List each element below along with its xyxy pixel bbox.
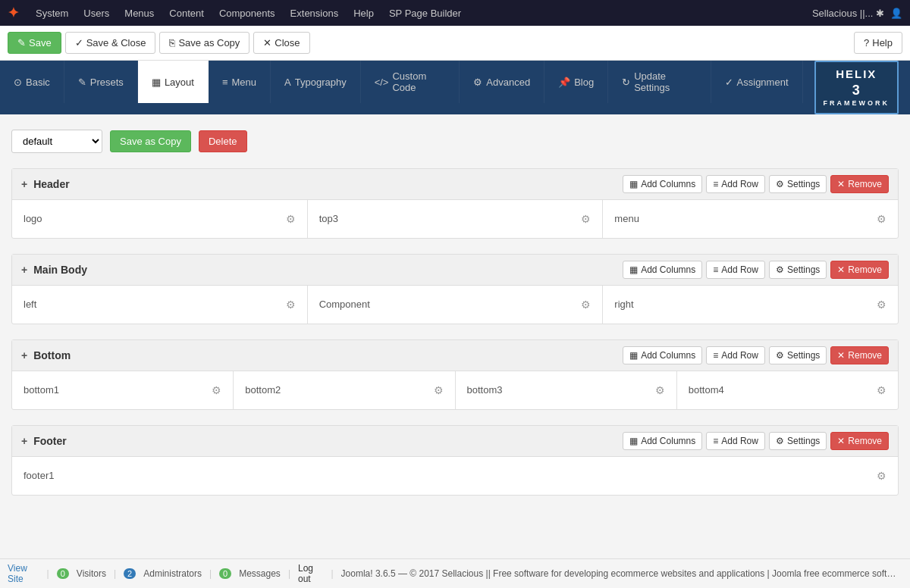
bottom-cell-2: bottom2 ⚙ <box>234 371 455 409</box>
footer-remove-icon: ✕ <box>837 436 845 446</box>
menu-gear-icon[interactable]: ⚙ <box>877 213 886 225</box>
nav-extensions[interactable]: Extensions <box>283 3 347 23</box>
header-add-row-button[interactable]: ≡ Add Row <box>706 175 765 193</box>
header-cell-top3: top3 ⚙ <box>308 200 604 238</box>
mainbody-cell-component: Component ⚙ <box>308 286 604 324</box>
bottom-settings-icon: ⚙ <box>776 350 784 361</box>
mainbody-add-row-button[interactable]: ≡ Add Row <box>706 261 765 279</box>
right-gear-icon[interactable]: ⚙ <box>877 299 886 311</box>
typography-icon: A <box>284 77 291 88</box>
helix-name: HELIX3 <box>824 67 890 99</box>
footer1-gear-icon[interactable]: ⚙ <box>877 470 886 482</box>
footer-row: footer1 ⚙ <box>12 457 898 495</box>
tab-presets[interactable]: ✎ Presets <box>64 61 138 103</box>
mainbody-section: + Main Body ▦ Add Columns ≡ Add Row ⚙ Se… <box>11 254 899 324</box>
footer-remove-button[interactable]: ✕ Remove <box>830 432 889 450</box>
nav-users[interactable]: Users <box>76 3 117 23</box>
footer-section: + Footer ▦ Add Columns ≡ Add Row ⚙ Setti… <box>11 425 899 496</box>
bottom4-gear-icon[interactable]: ⚙ <box>877 384 886 396</box>
help-icon: ? <box>864 37 869 48</box>
bottom-remove-button[interactable]: ✕ Remove <box>830 346 889 364</box>
bottom-section-title: + Bottom <box>21 349 71 361</box>
joomla-logo: ✦ <box>8 5 19 21</box>
footer-section-header: + Footer ▦ Add Columns ≡ Add Row ⚙ Setti… <box>12 426 898 457</box>
close-button[interactable]: ✕ Close <box>253 32 309 54</box>
header-plus-icon[interactable]: + <box>21 178 27 190</box>
nav-spbuilder[interactable]: SP Page Builder <box>381 3 469 23</box>
menu-icon: ≡ <box>222 77 228 88</box>
blog-icon: 📌 <box>558 77 570 88</box>
bottom-add-row-button[interactable]: ≡ Add Row <box>706 346 765 364</box>
tab-customcode[interactable]: </> Custom Code <box>361 61 460 103</box>
footer-plus-icon[interactable]: + <box>21 435 27 447</box>
tab-navigation: ⊙ Basic ✎ Presets ▦ Layout ≡ Menu A Typo… <box>0 61 910 114</box>
tab-blog[interactable]: 📌 Blog <box>544 61 608 103</box>
bottom-row-icon: ≡ <box>713 350 718 361</box>
mainbody-remove-icon: ✕ <box>837 264 845 275</box>
logo-gear-icon[interactable]: ⚙ <box>286 213 296 225</box>
layout-save-copy-button[interactable]: Save as Copy <box>110 130 191 152</box>
settings-icon: ⚙ <box>776 179 784 189</box>
footer-columns-icon: ▦ <box>629 436 638 446</box>
bottom-cell-4: bottom4 ⚙ <box>677 371 898 409</box>
footer-add-columns-button[interactable]: ▦ Add Columns <box>623 432 702 450</box>
tab-advanced[interactable]: ⚙ Advanced <box>460 61 544 103</box>
save-icon: ✎ <box>17 37 26 48</box>
layout-controls: default Save as Copy Delete <box>11 130 899 153</box>
help-button[interactable]: ? Help <box>854 32 902 54</box>
layout-delete-button[interactable]: Delete <box>199 130 247 152</box>
left-gear-icon[interactable]: ⚙ <box>286 299 296 311</box>
mainbody-plus-icon[interactable]: + <box>21 264 27 276</box>
top3-gear-icon[interactable]: ⚙ <box>581 213 591 225</box>
nav-components[interactable]: Components <box>212 3 283 23</box>
tab-basic[interactable]: ⊙ Basic <box>0 61 64 103</box>
nav-help[interactable]: Help <box>346 3 381 23</box>
bottom-plus-icon[interactable]: + <box>21 349 27 361</box>
top-navbar: ✦ System Users Menus Content Components … <box>0 0 910 26</box>
mainbody-row: left ⚙ Component ⚙ right ⚙ <box>12 286 898 324</box>
close-icon: ✕ <box>263 37 271 48</box>
mainbody-section-header: + Main Body ▦ Add Columns ≡ Add Row ⚙ Se… <box>12 255 898 286</box>
save-close-button[interactable]: ✓ Save & Close <box>65 32 156 54</box>
remove-icon: ✕ <box>837 179 845 189</box>
mainbody-settings-button[interactable]: ⚙ Settings <box>769 261 827 279</box>
header-cell-menu: menu ⚙ <box>603 200 898 238</box>
mainbody-row-icon: ≡ <box>713 264 718 275</box>
header-section: + Header ▦ Add Columns ≡ Add Row ⚙ Setti… <box>11 168 899 239</box>
advanced-icon: ⚙ <box>473 77 482 88</box>
assignment-icon: ✓ <box>725 77 733 88</box>
mainbody-section-actions: ▦ Add Columns ≡ Add Row ⚙ Settings ✕ Rem… <box>623 261 889 279</box>
nav-content[interactable]: Content <box>162 3 212 23</box>
bottom-add-columns-button[interactable]: ▦ Add Columns <box>623 346 702 364</box>
mainbody-add-columns-button[interactable]: ▦ Add Columns <box>623 261 702 279</box>
tab-assignment[interactable]: ✓ Assignment <box>711 61 803 103</box>
header-add-columns-button[interactable]: ▦ Add Columns <box>623 175 702 193</box>
footer-add-row-button[interactable]: ≡ Add Row <box>706 432 765 450</box>
tabs-left: ⊙ Basic ✎ Presets ▦ Layout ≡ Menu A Typo… <box>0 61 803 114</box>
bottom-section: + Bottom ▦ Add Columns ≡ Add Row ⚙ Setti… <box>11 339 899 410</box>
tab-menu[interactable]: ≡ Menu <box>209 61 271 103</box>
component-gear-icon[interactable]: ⚙ <box>581 299 591 311</box>
footer-settings-button[interactable]: ⚙ Settings <box>769 432 827 450</box>
save-as-copy-button[interactable]: ⎘ Save as Copy <box>159 32 249 54</box>
bottom-settings-button[interactable]: ⚙ Settings <box>769 346 827 364</box>
nav-menus[interactable]: Menus <box>117 3 162 23</box>
mainbody-remove-button[interactable]: ✕ Remove <box>830 261 889 279</box>
header-settings-button[interactable]: ⚙ Settings <box>769 175 827 193</box>
save-button[interactable]: ✎ Save <box>8 32 61 54</box>
footer-row-icon: ≡ <box>713 436 718 446</box>
columns-icon: ▦ <box>629 179 638 189</box>
user-label[interactable]: Sellacious ||... ✱ <box>812 8 884 19</box>
header-remove-button[interactable]: ✕ Remove <box>830 175 889 193</box>
tab-typography[interactable]: A Typography <box>271 61 361 103</box>
mainbody-cell-right: right ⚙ <box>603 286 898 324</box>
tab-updatesettings[interactable]: ↻ Update Settings <box>608 61 711 103</box>
bottom1-gear-icon[interactable]: ⚙ <box>212 384 221 396</box>
bottom3-gear-icon[interactable]: ⚙ <box>655 384 665 396</box>
header-cell-logo: logo ⚙ <box>12 200 308 238</box>
nav-system[interactable]: System <box>28 3 76 23</box>
helix-logo: HELIX3 FRAMEWORK <box>814 61 899 114</box>
layout-select[interactable]: default <box>11 130 102 153</box>
tab-layout[interactable]: ▦ Layout <box>138 61 209 103</box>
bottom2-gear-icon[interactable]: ⚙ <box>434 384 444 396</box>
